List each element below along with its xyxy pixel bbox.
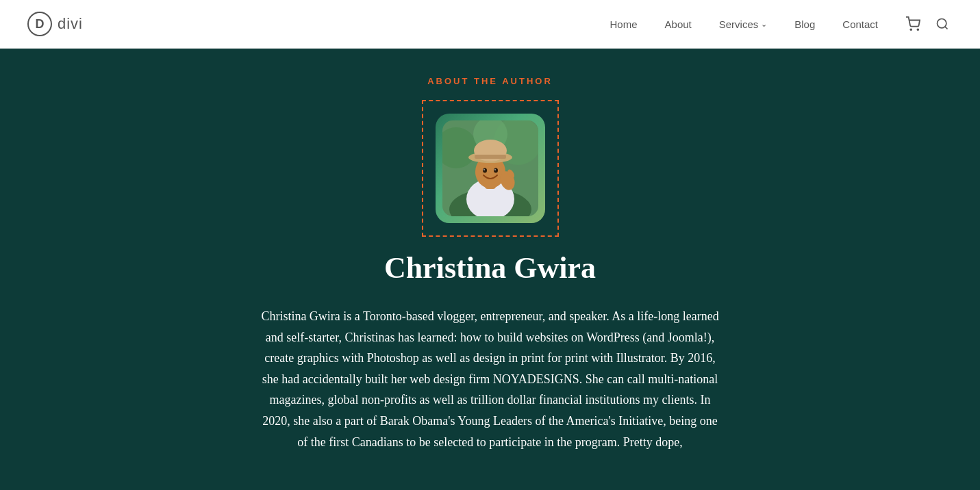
author-image-frame <box>422 100 559 237</box>
svg-point-14 <box>483 169 484 170</box>
logo-text: divi <box>58 15 83 33</box>
author-illustration <box>442 120 538 216</box>
section-label: ABOUT THE AUTHOR <box>427 76 553 86</box>
nav-icon-area <box>902 13 953 35</box>
author-bio: Christina Gwira is a Toronto-based vlogg… <box>257 306 723 452</box>
svg-point-12 <box>483 168 487 173</box>
main-content: ABOUT THE AUTHOR <box>0 49 980 490</box>
svg-point-0 <box>910 29 912 30</box>
logo-icon: D <box>27 12 52 36</box>
cart-icon <box>905 16 920 31</box>
search-icon <box>935 17 949 31</box>
nav-home[interactable]: Home <box>600 12 648 37</box>
svg-line-3 <box>945 27 948 29</box>
cart-button[interactable] <box>902 13 924 35</box>
nav-blog[interactable]: Blog <box>784 12 825 37</box>
nav-about[interactable]: About <box>655 12 702 37</box>
svg-point-15 <box>494 169 495 170</box>
svg-point-13 <box>494 168 498 173</box>
author-name: Christina Gwira <box>384 250 596 285</box>
chevron-down-icon: ⌄ <box>761 20 767 29</box>
site-header: D divi Home About Services ⌄ Blog Contac… <box>0 0 980 49</box>
search-button[interactable] <box>932 14 953 34</box>
nav-services[interactable]: Services ⌄ <box>709 12 778 37</box>
nav-contact[interactable]: Contact <box>832 12 888 37</box>
svg-point-2 <box>938 19 946 28</box>
main-nav: Home About Services ⌄ Blog Contact <box>600 12 953 37</box>
logo-link[interactable]: D divi <box>27 12 83 36</box>
author-avatar <box>436 114 545 223</box>
svg-point-1 <box>917 29 918 30</box>
svg-rect-18 <box>475 155 506 159</box>
